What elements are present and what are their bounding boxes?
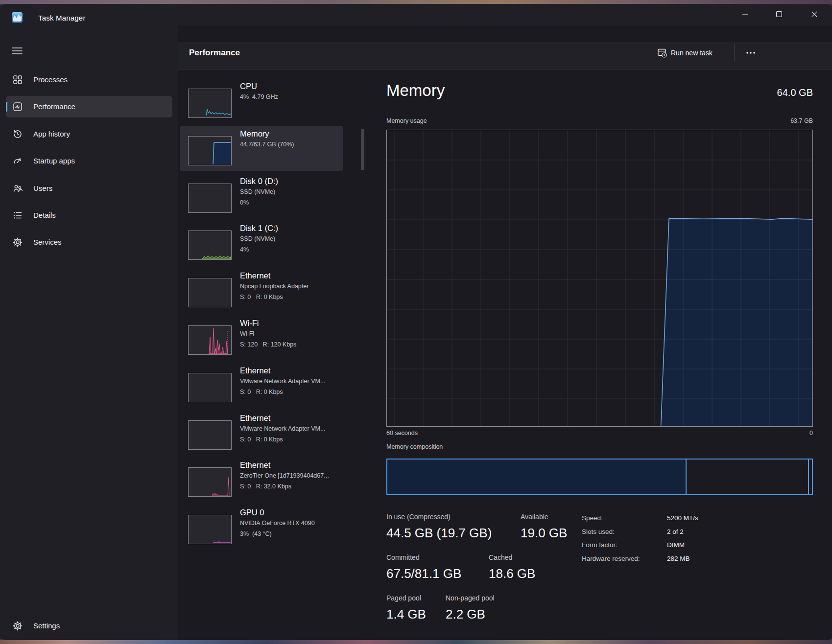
sidebar-item-label: Settings (33, 621, 60, 631)
run-new-task-icon (658, 48, 667, 58)
form-factor-label: Form factor: (582, 541, 618, 549)
perf-item-ethernet-4[interactable]: EthernetNpcap Loopback AdapterS: 0 R: 0 … (180, 268, 343, 313)
perf-item-subtext: S: 0 R: 32.0 Kbps (240, 483, 291, 490)
perf-item-subtext: S: 0 R: 0 Kbps (240, 389, 283, 395)
perf-item-ethernet-7[interactable]: EthernetVMware Network Adapter VM...S: 0… (180, 410, 343, 456)
graph-time-span: 60 seconds (386, 430, 418, 437)
paged-pool-label: Paged pool (386, 594, 421, 602)
perf-item-subtext: 44.7/63.7 GB (70%) (240, 141, 294, 148)
mini-graph-memory-icon (188, 136, 232, 165)
header-divider (734, 45, 735, 61)
perf-item-title: Memory (240, 129, 269, 138)
memory-panel-title: Memory (386, 81, 445, 100)
perf-item-subtext: VMware Network Adapter VM... (240, 378, 325, 385)
graph-time-zero: 0 (809, 430, 813, 437)
form-factor-value: DIMM (667, 541, 685, 549)
sidebar-item-services[interactable]: Services (6, 231, 172, 253)
committed-value: 67.5/81.1 GB (386, 566, 461, 581)
perf-item-disk-0-d-2[interactable]: Disk 0 (D:)SSD (NVMe)0% (180, 173, 343, 219)
speed-value: 5200 MT/s (667, 514, 698, 522)
hardware-reserved-label: Hardware reserved: (582, 555, 640, 562)
sidebar-item-processes[interactable]: Processes (6, 69, 172, 91)
perf-item-gpu-0-9[interactable]: GPU 0NVIDIA GeForce RTX 40903% (43 °C) (180, 505, 343, 550)
perf-item-subtext: Npcap Loopback Adapter (240, 283, 309, 290)
sidebar-item-label: Services (33, 237, 62, 247)
sidebar-item-users[interactable]: Users (6, 178, 172, 199)
perf-item-subtext: S: 120 R: 120 Kbps (240, 341, 296, 348)
run-new-task-label: Run new task (671, 49, 713, 57)
perf-item-title: Disk 1 (C:) (240, 224, 278, 233)
mini-graph-flat-icon (188, 184, 232, 213)
sidebar-item-label: Details (33, 210, 56, 220)
cached-label: Cached (489, 553, 512, 561)
sidebar-item-label: App history (33, 129, 70, 139)
mini-graph-flat-icon (188, 373, 232, 402)
perf-item-title: Wi-Fi (240, 319, 259, 328)
mini-graph-flat-icon (188, 278, 232, 307)
composition-free-divider (808, 460, 809, 494)
memory-usage-graph (386, 130, 813, 427)
run-new-task-button[interactable]: Run new task (653, 44, 727, 62)
page-title: Performance (189, 48, 240, 58)
details-icon (13, 210, 23, 220)
list-scrollbar-thumb[interactable] (361, 129, 364, 170)
sidebar-item-label: Performance (33, 102, 75, 112)
mini-graph-disk-icon (188, 230, 232, 260)
perf-item-wi-fi-5[interactable]: Wi-FiWi-FiS: 120 R: 120 Kbps (180, 315, 343, 361)
non-paged-pool-value: 2.2 GB (446, 607, 485, 622)
settings-gear-icon (13, 621, 23, 631)
perf-item-title: GPU 0 (240, 508, 264, 517)
memory-composition-bar (386, 459, 813, 495)
in-use-value: 44.5 GB (19.7 GB) (386, 526, 492, 541)
perf-item-memory-1[interactable]: Memory44.7/63.7 GB (70%) (180, 126, 343, 171)
minimize-button[interactable] (732, 4, 759, 24)
perf-item-title: Ethernet (240, 366, 270, 375)
perf-item-disk-1-c-3[interactable]: Disk 1 (C:)SSD (NVMe)4% (180, 220, 343, 266)
perf-item-ethernet-6[interactable]: EthernetVMware Network Adapter VM...S: 0… (180, 363, 343, 408)
perf-item-subtext: NVIDIA GeForce RTX 4090 (240, 520, 315, 527)
perf-item-subtext: 4% 4.79 GHz (240, 93, 278, 100)
app-history-icon (13, 129, 23, 139)
performance-icon (13, 102, 23, 112)
perf-item-subtext: ZeroTier One [1d71939404d67... (240, 472, 329, 479)
committed-label: Committed (386, 553, 420, 561)
memory-total-capacity: 64.0 GB (777, 87, 813, 98)
perf-item-subtext: SSD (NVMe) (240, 235, 275, 242)
slots-used-value: 2 of 2 (667, 528, 684, 535)
perf-item-ethernet-8[interactable]: EthernetZeroTier One [1d71939404d67...S:… (180, 457, 343, 503)
services-icon (13, 237, 23, 247)
perf-item-subtext: 3% (43 °C) (240, 530, 272, 537)
perf-item-subtext: S: 0 R: 0 Kbps (240, 294, 283, 300)
perf-item-subtext: 4% (240, 246, 249, 253)
sidebar-item-app-history[interactable]: App history (6, 123, 172, 145)
mini-graph-cpu-icon (188, 89, 232, 118)
more-options-button[interactable] (739, 44, 762, 62)
sidebar-item-details[interactable]: Details (6, 205, 172, 226)
startup-apps-icon (13, 156, 23, 166)
maximize-button[interactable] (765, 4, 793, 24)
perf-item-subtext: 0% (240, 199, 249, 206)
perf-item-subtext: S: 0 R: 0 Kbps (240, 436, 283, 443)
navigation-menu-icon[interactable] (8, 42, 26, 60)
task-manager-logo-icon (12, 12, 23, 23)
sidebar-item-settings[interactable]: Settings (6, 615, 172, 637)
memory-composition-label: Memory composition (386, 443, 443, 450)
screen: Task Manager ProcessesPerformanceApp his… (0, 0, 832, 644)
selected-indicator (6, 102, 7, 112)
sidebar-item-performance[interactable]: Performance (6, 96, 172, 117)
speed-label: Speed: (582, 514, 603, 522)
sidebar-item-label: Users (33, 184, 52, 193)
mini-graph-flat-icon (188, 420, 232, 450)
perf-item-title: Ethernet (240, 460, 270, 470)
composition-in-use-segment (387, 460, 687, 494)
perf-item-cpu-0[interactable]: CPU4% 4.79 GHz (180, 78, 343, 124)
in-use-label: In use (Compressed) (386, 513, 451, 521)
perf-item-title: CPU (240, 82, 257, 91)
close-button[interactable] (801, 4, 828, 24)
sidebar-item-startup-apps[interactable]: Startup apps (6, 150, 172, 172)
perf-item-subtext: Wi-Fi (240, 330, 254, 337)
hardware-reserved-value: 282 MB (667, 555, 690, 562)
paged-pool-value: 1.4 GB (386, 607, 426, 622)
memory-usage-label: Memory usage (386, 117, 427, 124)
available-label: Available (521, 513, 548, 521)
